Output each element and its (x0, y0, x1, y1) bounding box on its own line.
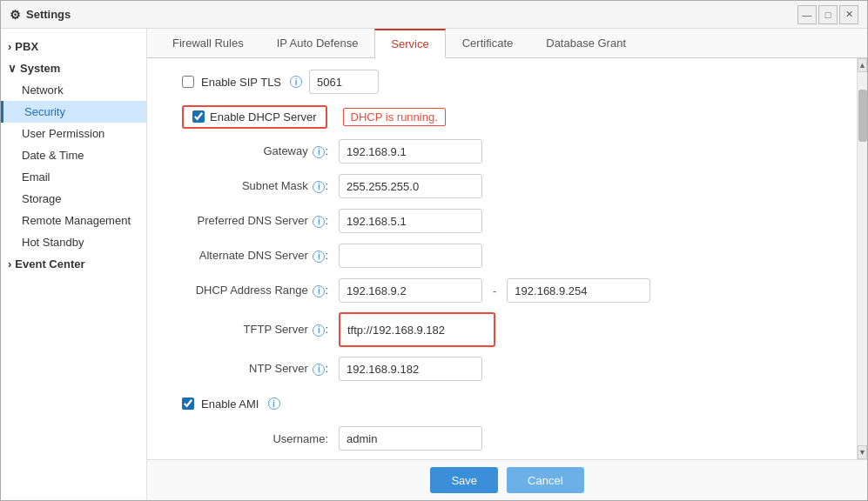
preferred-dns-value (339, 209, 839, 233)
tftp-server-row: TFTP Server i: (165, 312, 839, 347)
dhcp-server-row: Enable DHCP Server DHCP is running. (165, 104, 839, 130)
enable-ami-row: Enable AMI i (165, 391, 839, 417)
username-row: Username: (165, 425, 839, 451)
subnet-mask-value (339, 174, 839, 198)
event-center-chevron-icon: › (8, 257, 11, 271)
enable-ami-info-icon[interactable]: i (268, 397, 280, 410)
preferred-dns-label: Preferred DNS Server i: (165, 214, 339, 228)
ntp-server-input[interactable] (339, 357, 482, 381)
window-title: Settings (26, 8, 71, 21)
enable-sip-tls-checkbox[interactable] (182, 76, 194, 88)
tab-service[interactable]: Service (374, 29, 445, 58)
username-input[interactable] (339, 426, 482, 451)
gateway-info-icon[interactable]: i (313, 146, 325, 158)
alternate-dns-row: Alternate DNS Server i: (165, 243, 839, 269)
subnet-mask-info-icon[interactable]: i (313, 181, 325, 193)
content-area: Firewall Rules IP Auto Defense Service C… (147, 29, 867, 500)
form-area: Enable SIP TLS i Enable DHCP Server DHCP… (147, 58, 857, 459)
sidebar-item-storage[interactable]: Storage (1, 188, 146, 210)
preferred-dns-input[interactable] (339, 209, 482, 233)
preferred-dns-info-icon[interactable]: i (313, 216, 325, 228)
sidebar-item-pbx-label: PBX (15, 40, 38, 53)
sidebar-item-pbx[interactable]: › PBX (1, 36, 146, 57)
ntp-server-info-icon[interactable]: i (313, 364, 325, 376)
sidebar-item-event-center[interactable]: › Event Center (1, 253, 146, 275)
sip-tls-port-input[interactable] (309, 70, 379, 94)
sidebar-item-email[interactable]: Email (1, 166, 146, 188)
scroll-thumb[interactable] (858, 90, 867, 142)
dhcp-status-badge: DHCP is running. (343, 108, 446, 126)
scroll-track (858, 72, 867, 445)
tftp-server-label: TFTP Server i: (165, 323, 339, 337)
scrollbar: ▲ ▼ (857, 58, 867, 459)
sidebar-item-hot-standby-label: Hot Standby (22, 236, 84, 249)
save-button[interactable]: Save (430, 467, 498, 493)
sidebar-item-event-center-label: Event Center (15, 257, 84, 271)
tftp-highlight-box (339, 312, 495, 347)
tab-ip-auto-defense[interactable]: IP Auto Defense (260, 29, 375, 58)
sidebar-item-remote-management-label: Remote Management (22, 214, 131, 227)
scroll-up-button[interactable]: ▲ (858, 58, 867, 72)
alternate-dns-label: Alternate DNS Server i: (165, 249, 339, 263)
tab-certificate[interactable]: Certificate (446, 29, 530, 58)
enable-ami-checkbox[interactable] (182, 397, 194, 410)
alternate-dns-value (339, 244, 839, 268)
sidebar-item-network[interactable]: Network (1, 79, 146, 101)
sidebar-item-security-label: Security (24, 105, 65, 118)
maximize-button[interactable]: □ (818, 5, 838, 24)
sidebar-item-storage-label: Storage (22, 192, 62, 205)
enable-ami-label: Enable AMI (201, 397, 259, 411)
settings-icon: ⚙ (10, 8, 21, 22)
sidebar-item-user-permission-label: User Permission (22, 127, 104, 140)
dhcp-range-start-input[interactable] (339, 278, 482, 303)
tab-database-grant[interactable]: Database Grant (529, 29, 643, 58)
alternate-dns-info-icon[interactable]: i (313, 250, 325, 263)
sidebar: › PBX ∨ System Network Security User Per… (1, 29, 147, 500)
sip-tls-info-icon[interactable]: i (290, 76, 302, 88)
system-chevron-icon: ∨ (8, 62, 17, 75)
ntp-server-value (339, 357, 839, 381)
scroll-down-button[interactable]: ▼ (858, 445, 867, 459)
gateway-input[interactable] (339, 139, 482, 164)
title-bar: ⚙ Settings — □ ✕ (1, 1, 867, 29)
username-value (339, 426, 839, 451)
tab-firewall-rules[interactable]: Firewall Rules (156, 29, 260, 58)
tftp-server-info-icon[interactable]: i (313, 324, 325, 337)
sidebar-item-system[interactable]: ∨ System (1, 57, 146, 79)
dhcp-range-separator: - (489, 284, 500, 297)
pbx-chevron-icon: › (8, 40, 11, 53)
footer: Save Cancel (147, 459, 867, 500)
settings-window: ⚙ Settings — □ ✕ › PBX ∨ System Network … (0, 0, 868, 501)
preferred-dns-row: Preferred DNS Server i: (165, 208, 839, 234)
cancel-button[interactable]: Cancel (507, 467, 583, 493)
sidebar-item-network-label: Network (22, 84, 64, 97)
dhcp-checkbox-section: Enable DHCP Server (182, 105, 327, 129)
minimize-button[interactable]: — (797, 5, 817, 24)
gateway-label: Gateway i: (165, 144, 339, 158)
sidebar-item-hot-standby[interactable]: Hot Standby (1, 231, 146, 253)
title-bar-left: ⚙ Settings (10, 8, 71, 22)
dhcp-server-label: Enable DHCP Server (210, 110, 317, 124)
username-label: Username: (165, 432, 339, 445)
sidebar-item-date-time[interactable]: Date & Time (1, 144, 146, 166)
dhcp-range-label: DHCP Address Range i: (165, 284, 339, 297)
dhcp-range-end-input[interactable] (507, 278, 650, 303)
sip-tls-row: Enable SIP TLS i (165, 69, 839, 95)
sip-tls-label: Enable SIP TLS (201, 76, 281, 89)
sidebar-item-date-time-label: Date & Time (22, 149, 84, 162)
ntp-server-row: NTP Server i: (165, 356, 839, 382)
alternate-dns-input[interactable] (339, 244, 482, 268)
tftp-server-input[interactable] (347, 317, 487, 342)
sidebar-item-user-permission[interactable]: User Permission (1, 123, 146, 144)
tftp-server-value (339, 312, 839, 347)
subnet-mask-label: Subnet Mask i: (165, 179, 339, 193)
close-button[interactable]: ✕ (839, 5, 858, 24)
subnet-mask-input[interactable] (339, 174, 482, 198)
dhcp-range-info-icon[interactable]: i (313, 285, 325, 297)
sidebar-item-system-label: System (20, 62, 60, 75)
sidebar-item-security[interactable]: Security (1, 101, 146, 123)
enable-dhcp-server-checkbox[interactable] (192, 110, 205, 123)
tabs-bar: Firewall Rules IP Auto Defense Service C… (147, 29, 867, 58)
gateway-value (339, 139, 839, 164)
sidebar-item-remote-management[interactable]: Remote Management (1, 210, 146, 231)
